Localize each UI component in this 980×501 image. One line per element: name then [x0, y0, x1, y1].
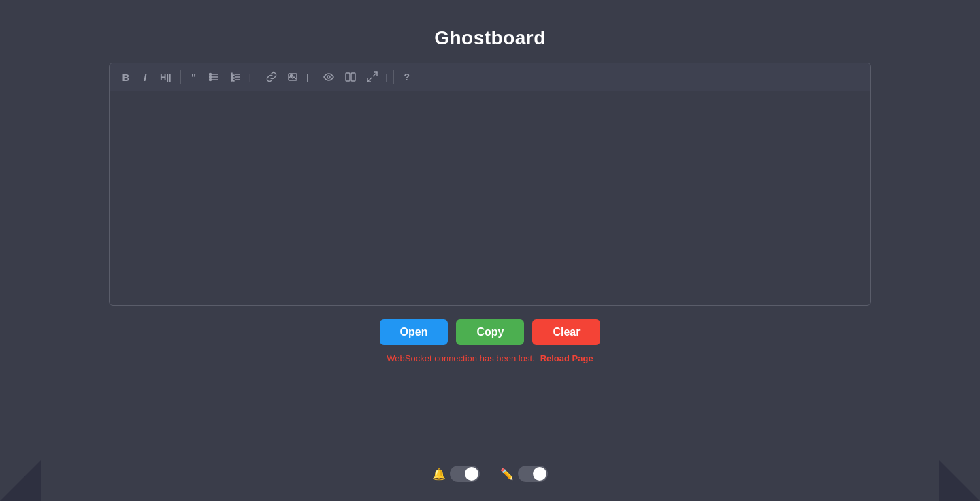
toggle-2-track[interactable]: [518, 466, 548, 482]
toolbar-divider-3: [314, 70, 314, 84]
editor-toolbar: B I H|| " 1. 2. 3.: [110, 63, 870, 91]
copy-button[interactable]: Copy: [456, 319, 524, 345]
link-icon: [266, 71, 277, 82]
ordered-list-button[interactable]: 1. 2. 3.: [227, 67, 246, 86]
corner-triangle-right: [939, 460, 980, 501]
toolbar-divider-4: [393, 70, 394, 84]
svg-point-2: [209, 79, 211, 81]
eye-icon: [323, 71, 334, 82]
blockquote-button[interactable]: ": [186, 67, 202, 86]
editor-textarea[interactable]: [110, 91, 870, 302]
page-title: Ghostboard: [434, 27, 546, 49]
fullscreen-divider-bar: |: [385, 72, 388, 82]
toolbar-divider-2: [257, 70, 257, 84]
ordered-list-icon: 1. 2. 3.: [231, 71, 242, 82]
toggle-1-thumb: [465, 467, 478, 481]
toggle-2-thumb: [533, 467, 546, 481]
svg-rect-15: [346, 73, 350, 81]
toggle-2-icon: ✏️: [500, 468, 514, 481]
svg-point-0: [209, 74, 211, 76]
toggle-1-track[interactable]: [450, 466, 480, 482]
bold-button[interactable]: B: [118, 67, 134, 86]
svg-text:3.: 3.: [231, 78, 235, 82]
image-icon: [288, 71, 299, 82]
svg-point-14: [327, 76, 330, 78]
preview-button[interactable]: [319, 67, 338, 86]
image-divider-bar: |: [306, 72, 309, 82]
side-by-side-button[interactable]: [341, 67, 360, 86]
unordered-list-button[interactable]: [205, 67, 224, 86]
status-row: WebSocket connection has been lost. Relo…: [387, 353, 593, 363]
toolbar-divider-1: [180, 70, 181, 84]
fullscreen-icon: [367, 71, 378, 82]
heading-button[interactable]: H||: [156, 67, 176, 86]
image-button[interactable]: [284, 67, 303, 86]
link-button[interactable]: [262, 67, 281, 86]
reload-link[interactable]: Reload Page: [540, 353, 593, 363]
list-icon: [209, 71, 220, 82]
toggle-group-1: 🔔: [432, 466, 480, 482]
italic-button[interactable]: I: [137, 67, 153, 86]
corner-triangle-left: [0, 460, 41, 501]
toggle-group-2: ✏️: [500, 466, 548, 482]
fullscreen-button[interactable]: [363, 67, 382, 86]
svg-point-1: [209, 76, 211, 78]
toggle-1-icon: 🔔: [432, 468, 446, 481]
svg-line-18: [368, 78, 372, 82]
status-message: WebSocket connection has been lost.: [387, 353, 534, 363]
bottom-toggles: 🔔 ✏️: [432, 466, 548, 482]
svg-rect-16: [351, 73, 355, 81]
editor-container: B I H|| " 1. 2. 3.: [109, 63, 871, 306]
clear-button[interactable]: Clear: [532, 319, 600, 345]
list-divider-bar: |: [248, 72, 252, 82]
columns-icon: [345, 71, 356, 82]
svg-line-17: [373, 72, 377, 76]
help-button[interactable]: ?: [399, 67, 415, 86]
action-buttons-row: Open Copy Clear: [380, 319, 601, 345]
open-button[interactable]: Open: [380, 319, 448, 345]
